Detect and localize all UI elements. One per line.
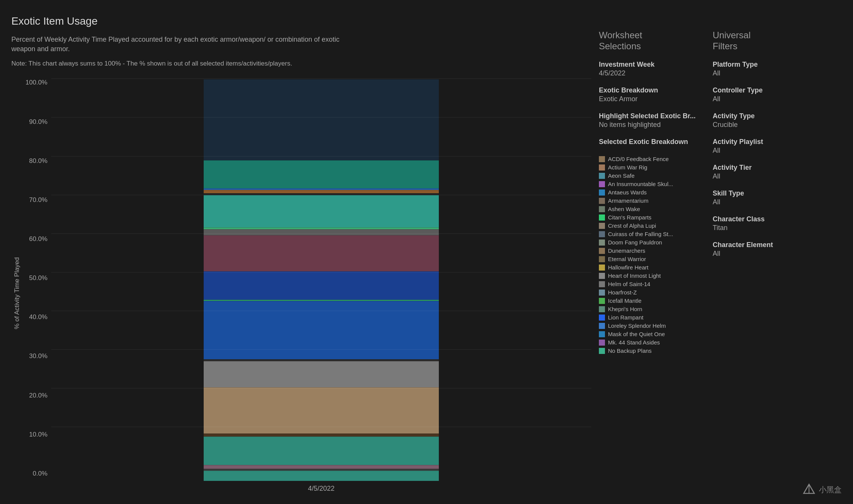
selected-breakdown-section: Selected Exotic Breakdown	[599, 138, 701, 147]
left-panel: Exotic Item Usage Percent of Weekly Acti…	[11, 15, 591, 493]
legend-label-11: Dunemarchers	[608, 247, 645, 254]
legend-color-16	[599, 290, 605, 296]
bar-segment-5[interactable]	[204, 387, 439, 434]
legend-label-21: Mask of the Quiet One	[608, 331, 665, 337]
legend-color-22	[599, 340, 605, 346]
investment-week-label: Investment Week	[599, 61, 701, 69]
highlight-value: No items highlighted	[599, 121, 701, 129]
character-element-label: Character Element	[713, 241, 796, 249]
legend-label-8: Crest of Alpha Lupi	[608, 222, 656, 229]
legend-color-0	[599, 156, 605, 162]
legend-item[interactable]: Antaeus Wards	[599, 189, 701, 196]
legend-item[interactable]: Helm of Saint-14	[599, 281, 701, 287]
legend-item[interactable]: Aeon Safe	[599, 172, 701, 179]
legend-label-9: Cuirass of the Falling St...	[608, 231, 673, 237]
bar-segment-4[interactable]	[204, 434, 439, 437]
activity-tier-value: All	[713, 172, 796, 180]
character-element-value: All	[713, 250, 796, 258]
right-section: Worksheet Selections Investment Week 4/5…	[599, 15, 842, 493]
legend-item[interactable]: An Insurmountable Skul...	[599, 181, 701, 187]
legend-item[interactable]: Khepri's Horn	[599, 306, 701, 312]
legend-item[interactable]: Armamentarium	[599, 197, 701, 204]
legend-color-13	[599, 265, 605, 271]
legend-item[interactable]: Mask of the Quiet One	[599, 331, 701, 337]
platform-type-label: Platform Type	[713, 61, 796, 69]
legend-color-6	[599, 206, 605, 212]
activity-type-value: Crucible	[713, 121, 796, 129]
legend-color-19	[599, 315, 605, 321]
activity-type-section[interactable]: Activity Type Crucible	[713, 112, 796, 129]
highlight-label: Highlight Selected Exotic Br...	[599, 112, 701, 120]
legend-item[interactable]: Crest of Alpha Lupi	[599, 222, 701, 229]
legend-color-5	[599, 198, 605, 204]
legend-item[interactable]: Citan's Ramparts	[599, 214, 701, 221]
activity-playlist-section[interactable]: Activity Playlist All	[713, 138, 796, 155]
legend-label-5: Armamentarium	[608, 197, 649, 204]
legend-color-18	[599, 306, 605, 312]
legend-color-7	[599, 214, 605, 221]
skill-type-label: Skill Type	[713, 189, 796, 197]
y-tick-40: 40.0%	[29, 313, 47, 321]
legend-color-10	[599, 239, 605, 246]
legend-item[interactable]: Actium War Rig	[599, 164, 701, 171]
bar-segment-2[interactable]	[204, 465, 439, 469]
bar-segment-12[interactable]	[204, 229, 439, 235]
investment-week-section[interactable]: Investment Week 4/5/2022	[599, 61, 701, 77]
bar-segment-14[interactable]	[204, 195, 439, 227]
highlight-section[interactable]: Highlight Selected Exotic Br... No items…	[599, 112, 701, 129]
main-container: Exotic Item Usage Percent of Weekly Acti…	[0, 0, 853, 504]
y-tick-70: 70.0%	[29, 196, 47, 204]
y-tick-20: 20.0%	[29, 392, 47, 399]
controller-type-section[interactable]: Controller Type All	[713, 86, 796, 103]
legend-item[interactable]: Loreley Splendor Helm	[599, 322, 701, 329]
bar-segment-3[interactable]	[204, 437, 439, 465]
legend-label-16: Hoarfrost-Z	[608, 289, 637, 296]
character-element-section[interactable]: Character Element All	[713, 241, 796, 258]
chart-area: % of Activity Time Played 100.0% 90.0% 8…	[11, 79, 591, 493]
investment-week-value: 4/5/2022	[599, 69, 701, 77]
watermark: 小黑盒	[802, 483, 842, 496]
legend-item[interactable]: Hoarfrost-Z	[599, 289, 701, 296]
legend-color-11	[599, 248, 605, 254]
chart-description: Percent of Weekly Activity Time Played a…	[11, 35, 353, 54]
bar-segment-19[interactable]	[204, 79, 439, 160]
y-axis: 100.0% 90.0% 80.0% 70.0% 60.0% 50.0% 40.…	[23, 79, 51, 493]
legend-item[interactable]: Icefall Mantle	[599, 297, 701, 304]
legend-item[interactable]: Dunemarchers	[599, 247, 701, 254]
bar-segment-18[interactable]	[204, 160, 439, 188]
legend-label-12: Eternal Warrior	[608, 256, 646, 262]
bar-segment-0[interactable]	[204, 471, 439, 481]
character-class-section[interactable]: Character Class Titan	[713, 215, 796, 232]
legend-item[interactable]: Eternal Warrior	[599, 256, 701, 262]
universal-header: Universal Filters	[713, 19, 796, 52]
bar-segment-6[interactable]	[204, 361, 439, 387]
legend-item[interactable]: No Backup Plans	[599, 347, 701, 354]
legend-item[interactable]: Lion Rampant	[599, 314, 701, 321]
skill-type-section[interactable]: Skill Type All	[713, 189, 796, 206]
legend-color-17	[599, 298, 605, 304]
legend-color-4	[599, 189, 605, 196]
skill-type-value: All	[713, 198, 796, 206]
chart-right: 4/5/2022	[51, 79, 591, 493]
legend-color-3	[599, 181, 605, 187]
legend-item[interactable]: ACD/0 Feedback Fence	[599, 156, 701, 162]
bar-segment-16[interactable]	[204, 190, 439, 193]
worksheet-panel: Worksheet Selections Investment Week 4/5…	[599, 19, 701, 354]
bar-segment-10[interactable]	[204, 271, 439, 299]
legend-color-23	[599, 348, 605, 354]
bar-segment-8[interactable]	[204, 301, 439, 359]
legend-label-20: Loreley Splendor Helm	[608, 322, 666, 329]
exotic-breakdown-section[interactable]: Exotic Breakdown Exotic Armor	[599, 86, 701, 103]
top-right-panels: Worksheet Selections Investment Week 4/5…	[599, 19, 842, 354]
legend-item[interactable]: Cuirass of the Falling St...	[599, 231, 701, 237]
legend-item[interactable]: Doom Fang Pauldron	[599, 239, 701, 246]
legend-item[interactable]: Mk. 44 Stand Asides	[599, 339, 701, 346]
legend-item[interactable]: Hallowfire Heart	[599, 264, 701, 271]
legend-color-2	[599, 173, 605, 179]
activity-tier-section[interactable]: Activity Tier All	[713, 164, 796, 180]
bar-container	[51, 79, 591, 481]
bar-segment-11[interactable]	[204, 235, 439, 271]
platform-type-section[interactable]: Platform Type All	[713, 61, 796, 77]
legend-item[interactable]: Ashen Wake	[599, 206, 701, 212]
legend-item[interactable]: Heart of Inmost Light	[599, 272, 701, 279]
